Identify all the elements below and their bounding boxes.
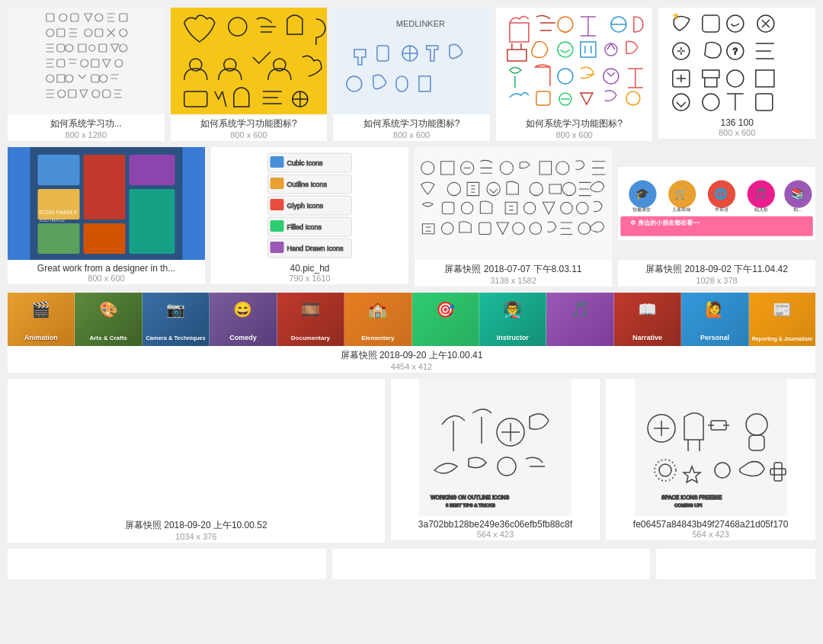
card-size-r1c3: 800 x 600 <box>333 130 490 139</box>
svg-point-20 <box>66 75 73 82</box>
svg-rect-4 <box>120 14 127 21</box>
svg-point-130 <box>746 414 767 435</box>
card-info-r1c3: 如何系统学习功能图标? 800 x 600 <box>333 114 490 141</box>
svg-rect-13 <box>99 44 107 52</box>
svg-point-11 <box>66 44 73 52</box>
card-r2c4[interactable]: 🎓 智趣课堂 🛒 儿童商城 🌐 学英语 🎵 唱儿歌 <box>618 147 815 287</box>
svg-text:Outline Icons: Outline Icons <box>287 181 328 188</box>
card-bottom-1[interactable] <box>8 549 326 579</box>
svg-rect-95 <box>561 202 573 214</box>
card-info-r1c2: 如何系统学习功能图标? 800 x 600 <box>171 114 328 141</box>
svg-text:Cubic Icons: Cubic Icons <box>287 159 324 167</box>
svg-rect-60 <box>38 155 80 185</box>
card-title-r1c5: 136 100 <box>658 117 815 128</box>
svg-rect-74 <box>271 178 284 189</box>
svg-text:WORKING ON OUTLINE ICONS: WORKING ON OUTLINE ICONS <box>431 495 509 500</box>
svg-rect-57 <box>703 94 719 111</box>
svg-rect-10 <box>57 44 65 52</box>
card-info-sports: 屏幕快照 2018-09-20 上午10.00.52 1034 x 376 <box>8 516 385 543</box>
svg-text:🌐: 🌐 <box>714 187 728 200</box>
svg-text:Filled Icons: Filled Icons <box>287 223 322 231</box>
svg-text:唱儿歌: 唱儿歌 <box>754 207 768 212</box>
row-4: Sports Talks <box>8 379 815 543</box>
card-r2c1[interactable]: ICON FAMILY ADD IMAGE Great work from a … <box>8 147 205 284</box>
svg-point-90 <box>530 182 543 195</box>
card-r1c3[interactable]: MEDLINKER <box>333 8 490 141</box>
svg-text:智趣课堂: 智趣课堂 <box>632 207 651 212</box>
svg-rect-92 <box>442 202 454 214</box>
svg-point-49 <box>727 15 744 32</box>
card-size-r1c5: 800 x 600 <box>658 128 815 137</box>
thumb-svg-r2c3 <box>415 147 612 260</box>
svg-rect-17 <box>91 59 99 67</box>
card-sports-collage[interactable]: Sports Talks <box>8 379 385 543</box>
card-bottom-3[interactable] <box>656 549 815 579</box>
svg-text:📚: 📚 <box>791 187 805 200</box>
svg-point-93 <box>461 202 473 214</box>
card-info-r2c1: Great work from a designer in th... 800 … <box>8 260 205 284</box>
card-r2c2[interactable]: Cubic Icons Outline Icons Glyph Icons Fi… <box>211 147 408 284</box>
card-r2c3[interactable]: 屏幕快照 2018-07-07 下午8.03.11 3138 x 1582 <box>415 147 612 287</box>
svg-text:SPACE ICONS FREEBIE: SPACE ICONS FREEBIE <box>661 495 722 500</box>
card-title-r1c2: 如何系统学习功能图标? <box>171 117 328 130</box>
svg-rect-8 <box>95 29 103 37</box>
card-size-r1c4: 800 x 600 <box>496 130 653 139</box>
card-size-outline: 564 x 423 <box>391 530 600 539</box>
card-size-r2c3: 3138 x 1582 <box>415 276 612 285</box>
card-r1c4[interactable]: 如何系统学习功能图标? 800 x 600 <box>496 8 653 141</box>
card-size-r2c1: 800 x 600 <box>8 274 205 283</box>
svg-point-36 <box>347 76 362 91</box>
card-title-panoramic: 屏幕快照 2018-09-20 上午10.00.41 <box>8 349 815 362</box>
svg-text:儿童商城: 儿童商城 <box>672 207 690 212</box>
svg-text:8 BEST TIPS & TRICKS: 8 BEST TIPS & TRICKS <box>446 503 495 508</box>
svg-point-91 <box>562 182 575 195</box>
svg-text:🎵: 🎵 <box>754 187 767 200</box>
svg-point-7 <box>85 29 92 37</box>
card-info-space: fe06457a84843b49f27468a21d05f170 564 x 4… <box>606 516 815 540</box>
svg-rect-83 <box>271 242 284 253</box>
card-info-r1c5: 136 100 800 x 600 <box>658 114 815 139</box>
svg-point-99 <box>513 223 525 235</box>
card-title-r2c3: 屏幕快照 2018-07-07 下午8.03.11 <box>415 263 612 276</box>
svg-rect-6 <box>57 29 65 37</box>
card-bottom-2[interactable] <box>332 549 651 579</box>
row-1: 如何系统学习功... 800 x 1280 <box>8 8 815 141</box>
card-r1c5[interactable]: 🏆 ? <box>658 8 815 139</box>
svg-rect-80 <box>271 220 284 232</box>
svg-point-27 <box>228 18 246 36</box>
card-size-panoramic: 4454 x 412 <box>8 362 815 371</box>
svg-point-125 <box>498 457 516 476</box>
row-2: ICON FAMILY ADD IMAGE Great work from a … <box>8 147 815 287</box>
card-panoramic[interactable]: Animation 🎬 Arts & Crafts 🎨 Camera & Tec… <box>8 293 815 373</box>
svg-text:🎓: 🎓 <box>636 187 649 200</box>
svg-point-51 <box>673 43 690 59</box>
card-info-r1c4: 如何系统学习功能图标? 800 x 600 <box>496 114 653 141</box>
svg-point-18 <box>115 59 123 67</box>
svg-point-25 <box>92 90 100 98</box>
card-title-r1c3: 如何系统学习功能图标? <box>333 117 490 130</box>
card-title-r1c1: 如何系统学习功... <box>8 117 165 130</box>
thumb-svg-r1c1 <box>8 8 165 114</box>
svg-point-12 <box>89 45 95 51</box>
svg-rect-3 <box>95 14 103 21</box>
svg-rect-77 <box>271 199 284 210</box>
card-r1c1[interactable]: 如何系统学习功... 800 x 1280 <box>8 8 165 141</box>
svg-rect-131 <box>749 435 764 450</box>
svg-rect-64 <box>130 155 175 185</box>
svg-point-1 <box>59 14 67 21</box>
card-r1c2[interactable]: 如何系统学习功能图标? 800 x 600 <box>171 8 328 141</box>
svg-text:ADD IMAGE: ADD IMAGE <box>40 218 66 223</box>
card-outline-icons[interactable]: WORKING ON OUTLINE ICONS 8 BEST TIPS & T… <box>391 379 600 540</box>
svg-point-40 <box>558 42 573 57</box>
svg-point-16 <box>81 59 88 67</box>
thumb-svg-r1c2 <box>171 8 328 114</box>
card-size-r1c2: 800 x 600 <box>171 130 328 139</box>
svg-rect-21 <box>91 75 99 82</box>
svg-rect-46 <box>626 91 640 105</box>
svg-rect-48 <box>703 15 719 32</box>
svg-point-41 <box>605 43 617 56</box>
card-space-icons[interactable]: SPACE ICONS FREEBIE COMING UP! fe06457a8… <box>606 379 815 540</box>
svg-rect-65 <box>130 189 175 254</box>
card-info-r2c2: 40.pic_hd 790 x 1610 <box>211 260 408 284</box>
thumb-svg-r2c1: ICON FAMILY ADD IMAGE <box>8 147 205 260</box>
